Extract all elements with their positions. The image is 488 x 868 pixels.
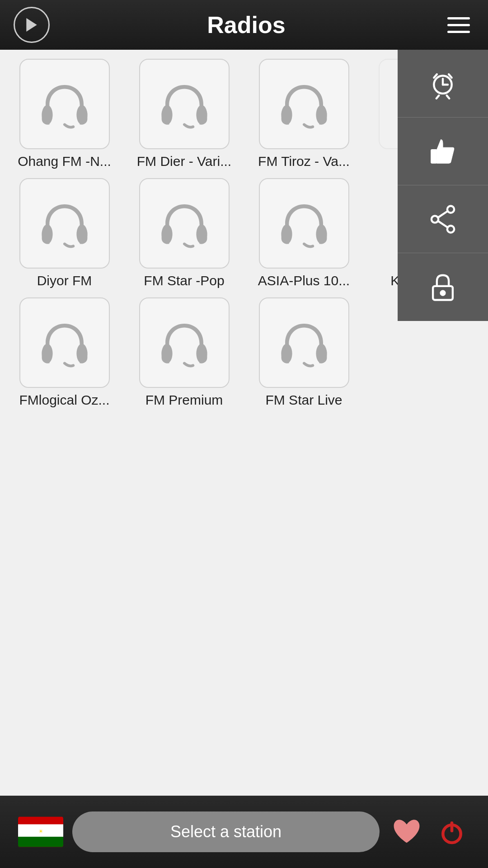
station-label-3: FM Tiroz - Va... (258, 154, 350, 169)
favorite-button[interactable] (389, 814, 425, 850)
station-card-10[interactable]: FM Star Live (249, 297, 359, 408)
thumbs-up-icon (427, 136, 459, 167)
select-station-label: Select a station (170, 822, 282, 841)
station-icon-box-6 (139, 178, 230, 269)
station-label-10: FM Star Live (265, 392, 342, 408)
svg-line-6 (436, 95, 439, 99)
svg-point-25 (76, 224, 87, 244)
station-card-9[interactable]: FM Premium (129, 297, 239, 408)
share-icon (427, 203, 459, 235)
station-icon-box-3 (259, 59, 349, 149)
svg-point-24 (42, 224, 52, 244)
station-label-9: FM Premium (145, 392, 223, 408)
headset-icon-3 (277, 77, 331, 131)
svg-point-30 (42, 344, 52, 363)
station-card-7[interactable]: ASIA-Plus 10... (249, 178, 359, 288)
station-card-6[interactable]: FM Star -Pop (129, 178, 239, 288)
svg-point-32 (161, 344, 172, 363)
header: Radios (0, 0, 488, 50)
svg-marker-0 (26, 18, 37, 32)
heart-icon (391, 816, 422, 848)
station-card-2[interactable]: FM Dier - Vari... (129, 59, 239, 169)
select-station-button[interactable]: Select a station (72, 811, 380, 852)
headset-icon-1 (38, 77, 92, 131)
side-panel-share[interactable] (398, 185, 488, 253)
svg-point-9 (447, 206, 454, 212)
station-label-1: Ohang FM -N... (18, 154, 111, 169)
svg-point-10 (432, 216, 438, 222)
svg-rect-8 (431, 149, 437, 163)
station-icon-box-2 (139, 59, 230, 149)
headset-icon-8 (38, 316, 92, 370)
power-button[interactable] (434, 814, 470, 850)
svg-rect-38 (18, 837, 63, 847)
station-label-7: ASIA-Plus 10... (258, 273, 350, 288)
svg-point-17 (76, 105, 87, 124)
header-play-button[interactable] (14, 7, 50, 43)
menu-button[interactable] (443, 13, 474, 38)
svg-point-11 (447, 226, 454, 232)
station-icon-box-7 (259, 178, 349, 269)
station-card-5[interactable]: Diyor FM (9, 178, 120, 288)
svg-point-16 (42, 105, 52, 124)
svg-point-31 (76, 344, 87, 363)
svg-point-29 (316, 224, 327, 244)
page-title: Radios (207, 11, 285, 38)
tajikistan-flag: ☀ (18, 816, 63, 848)
bottom-bar: ☀ Select a station (0, 796, 488, 868)
svg-point-15 (441, 291, 445, 295)
svg-line-12 (438, 211, 447, 217)
headset-icon-10 (277, 316, 331, 370)
side-panel (398, 50, 488, 321)
svg-point-20 (281, 105, 292, 124)
svg-point-33 (196, 344, 207, 363)
headset-icon-5 (38, 196, 92, 250)
svg-point-18 (161, 105, 172, 124)
svg-point-35 (316, 344, 327, 363)
svg-point-21 (316, 105, 327, 124)
svg-text:☀: ☀ (38, 828, 43, 834)
alarm-icon (427, 68, 459, 99)
flag-icon[interactable]: ☀ (18, 816, 63, 848)
station-icon-box-8 (19, 297, 110, 388)
station-card-1[interactable]: Ohang FM -N... (9, 59, 120, 169)
station-label-8: FMlogical Oz... (19, 392, 109, 408)
side-panel-lock[interactable] (398, 253, 488, 321)
power-icon (436, 816, 468, 848)
side-panel-alarm[interactable] (398, 50, 488, 118)
svg-line-7 (447, 95, 449, 99)
station-card-3[interactable]: FM Tiroz - Va... (249, 59, 359, 169)
station-icon-box-9 (139, 297, 230, 388)
headset-icon-9 (157, 316, 211, 370)
headset-icon-6 (157, 196, 211, 250)
headset-icon-7 (277, 196, 331, 250)
svg-point-34 (281, 344, 292, 363)
svg-point-27 (196, 224, 207, 244)
lock-icon (427, 271, 459, 303)
svg-point-26 (161, 224, 172, 244)
svg-line-13 (438, 221, 447, 227)
station-icon-box-5 (19, 178, 110, 269)
headset-icon-2 (157, 77, 211, 131)
station-icon-box-1 (19, 59, 110, 149)
station-icon-box-10 (259, 297, 349, 388)
station-card-8[interactable]: FMlogical Oz... (9, 297, 120, 408)
station-label-6: FM Star -Pop (144, 273, 224, 288)
station-label-2: FM Dier - Vari... (137, 154, 231, 169)
svg-point-28 (281, 224, 292, 244)
station-label-5: Diyor FM (37, 273, 92, 288)
svg-point-19 (196, 105, 207, 124)
side-panel-like[interactable] (398, 118, 488, 185)
